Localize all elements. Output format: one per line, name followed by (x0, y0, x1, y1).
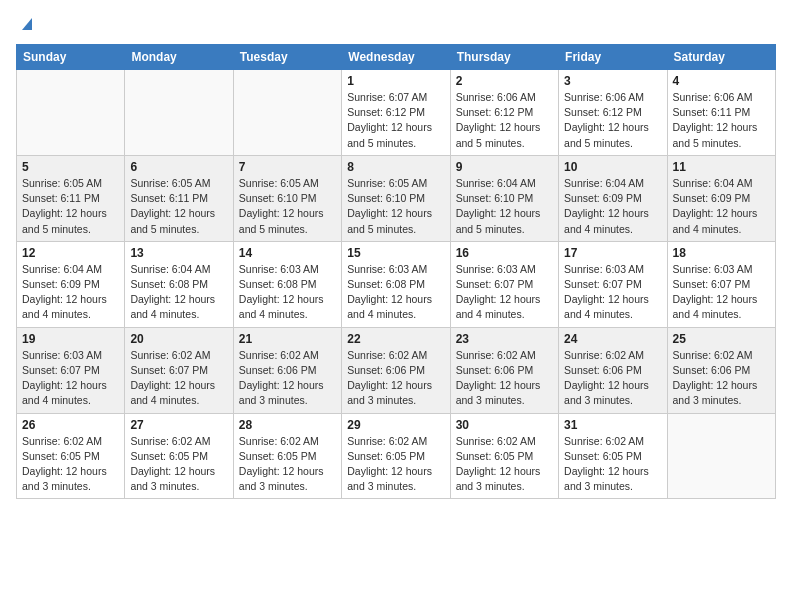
day-info: Sunrise: 6:05 AMSunset: 6:11 PMDaylight:… (22, 176, 119, 237)
day-info: Sunrise: 6:02 AMSunset: 6:06 PMDaylight:… (673, 348, 770, 409)
calendar-header-row: SundayMondayTuesdayWednesdayThursdayFrid… (17, 45, 776, 70)
weekday-header: Tuesday (233, 45, 341, 70)
calendar-cell: 17Sunrise: 6:03 AMSunset: 6:07 PMDayligh… (559, 241, 667, 327)
header (16, 16, 776, 32)
day-info: Sunrise: 6:03 AMSunset: 6:08 PMDaylight:… (347, 262, 444, 323)
day-number: 22 (347, 332, 444, 346)
day-info: Sunrise: 6:05 AMSunset: 6:10 PMDaylight:… (239, 176, 336, 237)
calendar-cell (233, 70, 341, 156)
weekday-header: Thursday (450, 45, 558, 70)
day-info: Sunrise: 6:02 AMSunset: 6:05 PMDaylight:… (22, 434, 119, 495)
day-number: 28 (239, 418, 336, 432)
calendar-cell: 15Sunrise: 6:03 AMSunset: 6:08 PMDayligh… (342, 241, 450, 327)
calendar-cell: 25Sunrise: 6:02 AMSunset: 6:06 PMDayligh… (667, 327, 775, 413)
day-info: Sunrise: 6:05 AMSunset: 6:10 PMDaylight:… (347, 176, 444, 237)
day-number: 1 (347, 74, 444, 88)
day-number: 20 (130, 332, 227, 346)
calendar-week-row: 19Sunrise: 6:03 AMSunset: 6:07 PMDayligh… (17, 327, 776, 413)
calendar-cell: 23Sunrise: 6:02 AMSunset: 6:06 PMDayligh… (450, 327, 558, 413)
day-info: Sunrise: 6:03 AMSunset: 6:08 PMDaylight:… (239, 262, 336, 323)
calendar-week-row: 26Sunrise: 6:02 AMSunset: 6:05 PMDayligh… (17, 413, 776, 499)
calendar-cell: 22Sunrise: 6:02 AMSunset: 6:06 PMDayligh… (342, 327, 450, 413)
day-info: Sunrise: 6:03 AMSunset: 6:07 PMDaylight:… (456, 262, 553, 323)
day-info: Sunrise: 6:02 AMSunset: 6:05 PMDaylight:… (347, 434, 444, 495)
calendar-cell: 24Sunrise: 6:02 AMSunset: 6:06 PMDayligh… (559, 327, 667, 413)
calendar-cell: 26Sunrise: 6:02 AMSunset: 6:05 PMDayligh… (17, 413, 125, 499)
day-info: Sunrise: 6:02 AMSunset: 6:06 PMDaylight:… (239, 348, 336, 409)
calendar-cell: 10Sunrise: 6:04 AMSunset: 6:09 PMDayligh… (559, 155, 667, 241)
day-number: 3 (564, 74, 661, 88)
svg-marker-0 (22, 18, 32, 30)
calendar-cell: 19Sunrise: 6:03 AMSunset: 6:07 PMDayligh… (17, 327, 125, 413)
calendar-cell: 13Sunrise: 6:04 AMSunset: 6:08 PMDayligh… (125, 241, 233, 327)
weekday-header: Sunday (17, 45, 125, 70)
day-number: 15 (347, 246, 444, 260)
day-number: 21 (239, 332, 336, 346)
calendar-cell (667, 413, 775, 499)
day-number: 17 (564, 246, 661, 260)
calendar-cell: 1Sunrise: 6:07 AMSunset: 6:12 PMDaylight… (342, 70, 450, 156)
calendar-cell: 27Sunrise: 6:02 AMSunset: 6:05 PMDayligh… (125, 413, 233, 499)
day-number: 9 (456, 160, 553, 174)
day-info: Sunrise: 6:03 AMSunset: 6:07 PMDaylight:… (673, 262, 770, 323)
day-info: Sunrise: 6:04 AMSunset: 6:08 PMDaylight:… (130, 262, 227, 323)
weekday-header: Monday (125, 45, 233, 70)
day-info: Sunrise: 6:06 AMSunset: 6:11 PMDaylight:… (673, 90, 770, 151)
day-number: 29 (347, 418, 444, 432)
day-number: 26 (22, 418, 119, 432)
weekday-header: Wednesday (342, 45, 450, 70)
logo-icon (18, 14, 36, 32)
day-info: Sunrise: 6:06 AMSunset: 6:12 PMDaylight:… (564, 90, 661, 151)
day-info: Sunrise: 6:06 AMSunset: 6:12 PMDaylight:… (456, 90, 553, 151)
calendar-cell: 29Sunrise: 6:02 AMSunset: 6:05 PMDayligh… (342, 413, 450, 499)
day-info: Sunrise: 6:02 AMSunset: 6:05 PMDaylight:… (130, 434, 227, 495)
calendar-cell: 12Sunrise: 6:04 AMSunset: 6:09 PMDayligh… (17, 241, 125, 327)
calendar-cell: 31Sunrise: 6:02 AMSunset: 6:05 PMDayligh… (559, 413, 667, 499)
calendar-cell: 21Sunrise: 6:02 AMSunset: 6:06 PMDayligh… (233, 327, 341, 413)
day-number: 25 (673, 332, 770, 346)
day-number: 13 (130, 246, 227, 260)
day-number: 4 (673, 74, 770, 88)
day-number: 19 (22, 332, 119, 346)
day-number: 12 (22, 246, 119, 260)
day-info: Sunrise: 6:02 AMSunset: 6:06 PMDaylight:… (347, 348, 444, 409)
day-info: Sunrise: 6:04 AMSunset: 6:09 PMDaylight:… (673, 176, 770, 237)
day-info: Sunrise: 6:02 AMSunset: 6:06 PMDaylight:… (456, 348, 553, 409)
day-info: Sunrise: 6:02 AMSunset: 6:05 PMDaylight:… (456, 434, 553, 495)
day-info: Sunrise: 6:02 AMSunset: 6:07 PMDaylight:… (130, 348, 227, 409)
day-number: 6 (130, 160, 227, 174)
calendar-cell: 8Sunrise: 6:05 AMSunset: 6:10 PMDaylight… (342, 155, 450, 241)
calendar-cell: 11Sunrise: 6:04 AMSunset: 6:09 PMDayligh… (667, 155, 775, 241)
day-number: 27 (130, 418, 227, 432)
weekday-header: Saturday (667, 45, 775, 70)
calendar-week-row: 5Sunrise: 6:05 AMSunset: 6:11 PMDaylight… (17, 155, 776, 241)
day-number: 18 (673, 246, 770, 260)
calendar-cell: 6Sunrise: 6:05 AMSunset: 6:11 PMDaylight… (125, 155, 233, 241)
day-number: 23 (456, 332, 553, 346)
calendar-cell (17, 70, 125, 156)
day-info: Sunrise: 6:02 AMSunset: 6:06 PMDaylight:… (564, 348, 661, 409)
day-info: Sunrise: 6:04 AMSunset: 6:09 PMDaylight:… (564, 176, 661, 237)
calendar-cell: 28Sunrise: 6:02 AMSunset: 6:05 PMDayligh… (233, 413, 341, 499)
calendar: SundayMondayTuesdayWednesdayThursdayFrid… (16, 44, 776, 499)
calendar-week-row: 1Sunrise: 6:07 AMSunset: 6:12 PMDaylight… (17, 70, 776, 156)
calendar-cell: 16Sunrise: 6:03 AMSunset: 6:07 PMDayligh… (450, 241, 558, 327)
day-info: Sunrise: 6:04 AMSunset: 6:09 PMDaylight:… (22, 262, 119, 323)
day-info: Sunrise: 6:02 AMSunset: 6:05 PMDaylight:… (564, 434, 661, 495)
calendar-week-row: 12Sunrise: 6:04 AMSunset: 6:09 PMDayligh… (17, 241, 776, 327)
day-number: 5 (22, 160, 119, 174)
day-number: 31 (564, 418, 661, 432)
day-number: 7 (239, 160, 336, 174)
calendar-cell: 5Sunrise: 6:05 AMSunset: 6:11 PMDaylight… (17, 155, 125, 241)
day-number: 8 (347, 160, 444, 174)
calendar-cell: 30Sunrise: 6:02 AMSunset: 6:05 PMDayligh… (450, 413, 558, 499)
day-info: Sunrise: 6:07 AMSunset: 6:12 PMDaylight:… (347, 90, 444, 151)
day-info: Sunrise: 6:03 AMSunset: 6:07 PMDaylight:… (22, 348, 119, 409)
day-number: 11 (673, 160, 770, 174)
day-info: Sunrise: 6:03 AMSunset: 6:07 PMDaylight:… (564, 262, 661, 323)
day-info: Sunrise: 6:04 AMSunset: 6:10 PMDaylight:… (456, 176, 553, 237)
day-number: 2 (456, 74, 553, 88)
day-number: 30 (456, 418, 553, 432)
day-number: 24 (564, 332, 661, 346)
calendar-cell: 9Sunrise: 6:04 AMSunset: 6:10 PMDaylight… (450, 155, 558, 241)
